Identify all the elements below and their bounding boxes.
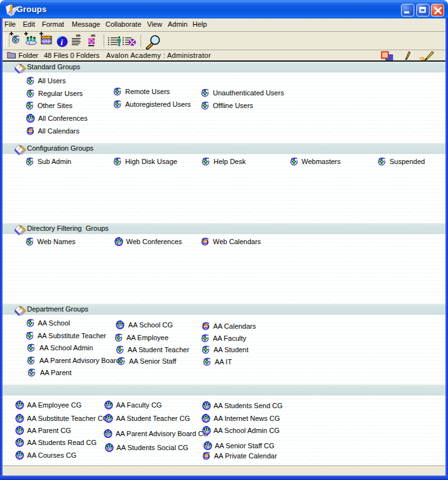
svg-text:∞: ∞ bbox=[91, 32, 95, 39]
svg-text:i: i bbox=[60, 38, 63, 47]
svg-text:∞: ∞ bbox=[76, 32, 81, 39]
